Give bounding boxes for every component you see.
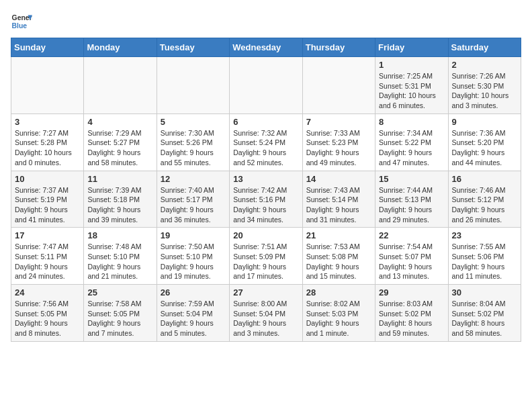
day-info: Sunrise: 7:46 AMSunset: 5:12 PMDaylight:… xyxy=(452,185,517,225)
logo-icon: General Blue xyxy=(11,11,32,32)
day-number: 14 xyxy=(306,174,371,184)
day-number: 20 xyxy=(233,230,298,240)
calendar-cell: 29Sunrise: 8:03 AMSunset: 5:02 PMDayligh… xyxy=(375,285,448,342)
day-info: Sunrise: 7:37 AMSunset: 5:19 PMDaylight:… xyxy=(15,185,80,225)
day-info: Sunrise: 7:55 AMSunset: 5:06 PMDaylight:… xyxy=(452,242,517,281)
day-number: 8 xyxy=(379,117,444,127)
day-info: Sunrise: 7:54 AMSunset: 5:07 PMDaylight:… xyxy=(379,242,444,281)
day-info: Sunrise: 7:33 AMSunset: 5:23 PMDaylight:… xyxy=(306,128,371,168)
day-info: Sunrise: 7:36 AMSunset: 5:20 PMDaylight:… xyxy=(452,128,517,168)
calendar-cell: 13Sunrise: 7:42 AMSunset: 5:16 PMDayligh… xyxy=(230,171,302,228)
day-info: Sunrise: 8:00 AMSunset: 5:04 PMDaylight:… xyxy=(233,299,298,338)
calendar-cell: 21Sunrise: 7:53 AMSunset: 5:08 PMDayligh… xyxy=(302,228,375,285)
day-info: Sunrise: 7:43 AMSunset: 5:14 PMDaylight:… xyxy=(306,185,371,225)
day-info: Sunrise: 7:42 AMSunset: 5:16 PMDaylight:… xyxy=(233,185,298,225)
calendar-cell xyxy=(84,57,157,114)
calendar-cell: 20Sunrise: 7:51 AMSunset: 5:09 PMDayligh… xyxy=(230,228,302,285)
calendar-cell: 19Sunrise: 7:50 AMSunset: 5:10 PMDayligh… xyxy=(157,228,229,285)
day-number: 12 xyxy=(161,174,226,184)
day-number: 17 xyxy=(15,230,80,240)
day-number: 25 xyxy=(87,287,152,298)
day-number: 26 xyxy=(161,287,226,298)
day-number: 13 xyxy=(233,174,298,184)
calendar-cell: 23Sunrise: 7:55 AMSunset: 5:06 PMDayligh… xyxy=(448,228,521,285)
day-info: Sunrise: 8:02 AMSunset: 5:03 PMDaylight:… xyxy=(306,299,371,338)
day-info: Sunrise: 7:29 AMSunset: 5:27 PMDaylight:… xyxy=(87,128,152,168)
weekday-header-wednesday: Wednesday xyxy=(230,38,302,57)
day-number: 27 xyxy=(233,287,298,298)
day-info: Sunrise: 7:40 AMSunset: 5:17 PMDaylight:… xyxy=(161,185,226,225)
calendar-cell: 15Sunrise: 7:44 AMSunset: 5:13 PMDayligh… xyxy=(375,171,448,228)
logo: General Blue xyxy=(11,11,32,32)
weekday-header-friday: Friday xyxy=(375,38,448,57)
calendar-cell: 5Sunrise: 7:30 AMSunset: 5:26 PMDaylight… xyxy=(157,113,229,171)
calendar-cell xyxy=(11,57,84,114)
calendar-table: SundayMondayTuesdayWednesdayThursdayFrid… xyxy=(11,38,521,342)
calendar-cell: 22Sunrise: 7:54 AMSunset: 5:07 PMDayligh… xyxy=(375,228,448,285)
calendar-cell: 10Sunrise: 7:37 AMSunset: 5:19 PMDayligh… xyxy=(11,171,84,228)
calendar-cell xyxy=(230,57,302,114)
day-number: 7 xyxy=(306,117,371,127)
day-info: Sunrise: 7:32 AMSunset: 5:24 PMDaylight:… xyxy=(233,128,298,168)
calendar-cell: 14Sunrise: 7:43 AMSunset: 5:14 PMDayligh… xyxy=(302,171,375,228)
day-number: 3 xyxy=(15,117,80,127)
day-number: 10 xyxy=(15,174,80,184)
weekday-header-saturday: Saturday xyxy=(448,38,521,57)
day-number: 21 xyxy=(306,230,371,240)
day-info: Sunrise: 7:50 AMSunset: 5:10 PMDaylight:… xyxy=(161,242,226,281)
page-header: General Blue xyxy=(11,11,521,32)
day-number: 1 xyxy=(379,60,444,70)
day-number: 5 xyxy=(161,117,226,127)
calendar-cell: 1Sunrise: 7:25 AMSunset: 5:31 PMDaylight… xyxy=(375,57,448,114)
calendar-cell: 4Sunrise: 7:29 AMSunset: 5:27 PMDaylight… xyxy=(84,113,157,171)
calendar-cell: 7Sunrise: 7:33 AMSunset: 5:23 PMDaylight… xyxy=(302,113,375,171)
day-info: Sunrise: 7:53 AMSunset: 5:08 PMDaylight:… xyxy=(306,242,371,281)
calendar-cell: 24Sunrise: 7:56 AMSunset: 5:05 PMDayligh… xyxy=(11,285,84,342)
day-number: 11 xyxy=(87,174,152,184)
day-number: 9 xyxy=(452,117,517,127)
calendar-cell: 3Sunrise: 7:27 AMSunset: 5:28 PMDaylight… xyxy=(11,113,84,171)
weekday-header-tuesday: Tuesday xyxy=(157,38,229,57)
calendar-cell: 2Sunrise: 7:26 AMSunset: 5:30 PMDaylight… xyxy=(448,57,521,114)
calendar-cell: 12Sunrise: 7:40 AMSunset: 5:17 PMDayligh… xyxy=(157,171,229,228)
day-number: 23 xyxy=(452,230,517,240)
calendar-cell xyxy=(157,57,229,114)
day-info: Sunrise: 7:44 AMSunset: 5:13 PMDaylight:… xyxy=(379,185,444,225)
day-info: Sunrise: 8:03 AMSunset: 5:02 PMDaylight:… xyxy=(379,299,444,338)
calendar-cell: 18Sunrise: 7:48 AMSunset: 5:10 PMDayligh… xyxy=(84,228,157,285)
day-number: 16 xyxy=(452,174,517,184)
day-number: 15 xyxy=(379,174,444,184)
calendar-cell: 28Sunrise: 8:02 AMSunset: 5:03 PMDayligh… xyxy=(302,285,375,342)
day-number: 19 xyxy=(161,230,226,240)
calendar-cell: 30Sunrise: 8:04 AMSunset: 5:02 PMDayligh… xyxy=(448,285,521,342)
day-number: 6 xyxy=(233,117,298,127)
day-info: Sunrise: 7:34 AMSunset: 5:22 PMDaylight:… xyxy=(379,128,444,168)
calendar-cell: 25Sunrise: 7:58 AMSunset: 5:05 PMDayligh… xyxy=(84,285,157,342)
day-number: 22 xyxy=(379,230,444,240)
day-info: Sunrise: 7:59 AMSunset: 5:04 PMDaylight:… xyxy=(161,299,226,338)
day-number: 18 xyxy=(87,230,152,240)
day-number: 28 xyxy=(306,287,371,298)
day-info: Sunrise: 7:25 AMSunset: 5:31 PMDaylight:… xyxy=(379,71,444,111)
day-info: Sunrise: 7:47 AMSunset: 5:11 PMDaylight:… xyxy=(15,242,80,281)
day-info: Sunrise: 7:48 AMSunset: 5:10 PMDaylight:… xyxy=(87,242,152,281)
calendar-cell: 17Sunrise: 7:47 AMSunset: 5:11 PMDayligh… xyxy=(11,228,84,285)
day-number: 29 xyxy=(379,287,444,298)
day-info: Sunrise: 7:39 AMSunset: 5:18 PMDaylight:… xyxy=(87,185,152,225)
calendar-cell: 6Sunrise: 7:32 AMSunset: 5:24 PMDaylight… xyxy=(230,113,302,171)
day-info: Sunrise: 7:51 AMSunset: 5:09 PMDaylight:… xyxy=(233,242,298,281)
calendar-cell: 8Sunrise: 7:34 AMSunset: 5:22 PMDaylight… xyxy=(375,113,448,171)
calendar-cell: 9Sunrise: 7:36 AMSunset: 5:20 PMDaylight… xyxy=(448,113,521,171)
calendar-cell: 11Sunrise: 7:39 AMSunset: 5:18 PMDayligh… xyxy=(84,171,157,228)
day-info: Sunrise: 7:58 AMSunset: 5:05 PMDaylight:… xyxy=(87,299,152,338)
weekday-header-monday: Monday xyxy=(84,38,157,57)
day-info: Sunrise: 7:27 AMSunset: 5:28 PMDaylight:… xyxy=(15,128,80,168)
day-number: 24 xyxy=(15,287,80,298)
day-number: 2 xyxy=(452,60,517,70)
calendar-cell: 27Sunrise: 8:00 AMSunset: 5:04 PMDayligh… xyxy=(230,285,302,342)
calendar-cell xyxy=(302,57,375,114)
day-info: Sunrise: 8:04 AMSunset: 5:02 PMDaylight:… xyxy=(452,299,517,338)
weekday-header-thursday: Thursday xyxy=(302,38,375,57)
calendar-cell: 16Sunrise: 7:46 AMSunset: 5:12 PMDayligh… xyxy=(448,171,521,228)
day-info: Sunrise: 7:56 AMSunset: 5:05 PMDaylight:… xyxy=(15,299,80,338)
